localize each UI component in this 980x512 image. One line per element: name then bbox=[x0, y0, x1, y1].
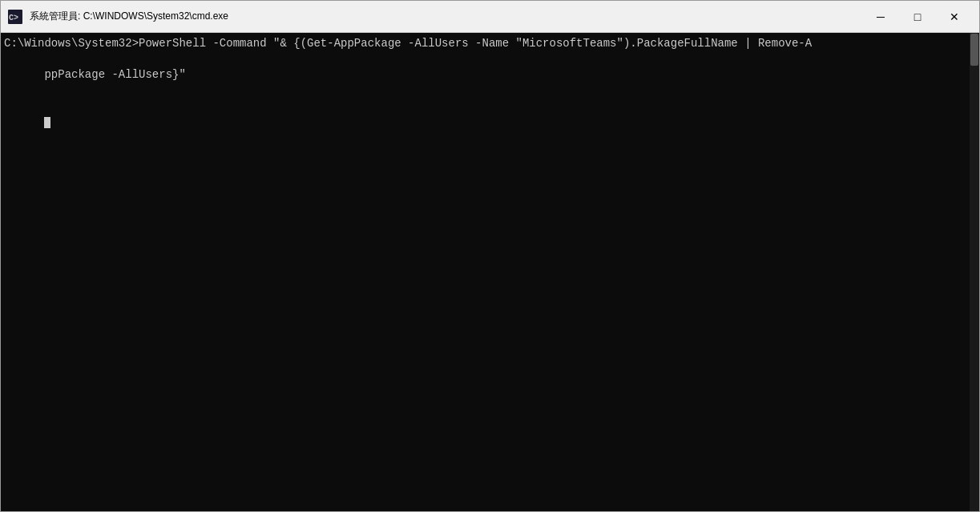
window-icon: C> bbox=[7, 9, 23, 25]
maximize-button[interactable]: □ bbox=[899, 4, 936, 30]
window-controls: ─ □ ✕ bbox=[862, 4, 973, 30]
cmd-window: C> 系統管理員: C:\WINDOWS\System32\cmd.exe ─ … bbox=[0, 0, 980, 512]
terminal-body[interactable]: C:\Windows\System32>PowerShell -Command … bbox=[1, 33, 979, 511]
terminal-line-1: C:\Windows\System32>PowerShell -Command … bbox=[4, 36, 976, 52]
scrollbar-thumb[interactable] bbox=[970, 34, 978, 66]
terminal-line-2: ppPackage -AllUsers}" bbox=[4, 52, 976, 99]
close-button[interactable]: ✕ bbox=[936, 4, 973, 30]
title-bar: C> 系統管理員: C:\WINDOWS\System32\cmd.exe ─ … bbox=[1, 1, 979, 33]
minimize-button[interactable]: ─ bbox=[862, 4, 899, 30]
window-title: 系統管理員: C:\WINDOWS\System32\cmd.exe bbox=[30, 10, 856, 23]
terminal-cursor-line bbox=[4, 99, 976, 146]
cursor bbox=[44, 117, 50, 128]
svg-text:C>: C> bbox=[9, 14, 18, 22]
scrollbar[interactable] bbox=[970, 33, 979, 511]
